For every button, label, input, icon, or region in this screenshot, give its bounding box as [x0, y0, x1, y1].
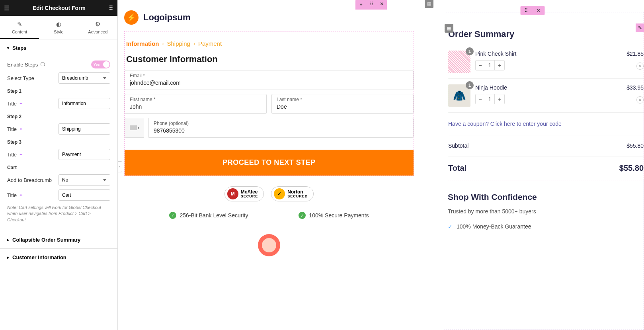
close-widget-icon[interactable]: ✕ — [377, 0, 387, 10]
add-breadcrumb-dropdown[interactable]: No — [59, 174, 110, 186]
qty-control: − 1 + — [475, 94, 505, 104]
sidebar-title: Edit Checkout Form — [10, 5, 109, 11]
email-field[interactable]: Email * — [125, 70, 414, 90]
cart-note: Note: Cart settings will work for Global… — [7, 205, 110, 223]
chevron-right-icon: › — [162, 41, 164, 47]
drag-section-icon[interactable]: ⠿ — [520, 6, 532, 15]
security-badges: M McAfeeSECURE ✓ NortonSECURED — [124, 176, 414, 206]
order-summary-widget[interactable]: ✎ Order Summary 1 Pink Check Shirt − 1 +… — [448, 24, 644, 180]
last-name-label: Last name * — [277, 97, 408, 102]
norton-badge: ✓ NortonSECURED — [271, 186, 314, 201]
collapse-sidebar-handle[interactable]: ‹ — [118, 161, 122, 172]
mcafee-badge: M McAfeeSECURE — [224, 186, 264, 201]
main-column: ＋ ⠿ ✕ ⚡ Logoipsum Information › Shipping… — [118, 0, 420, 330]
product-thumbnail: 1🧥 — [448, 84, 470, 107]
step1-title-label: Title ✦ — [7, 101, 23, 107]
editor-canvas: ‹ ＋ ⠿ ✕ ⚡ Logoipsum Information › Shippi… — [118, 0, 644, 330]
edit-widget-icon[interactable]: ✎ — [636, 23, 644, 32]
step3-heading: Step 3 — [7, 139, 110, 145]
email-label: Email * — [130, 73, 408, 78]
trust-item-payments: ✓100% Secure Payments — [299, 212, 369, 219]
section-customer-info[interactable]: ▸Customer Information — [0, 248, 117, 266]
step2-title-label: Title ✦ — [7, 126, 23, 132]
proceed-button[interactable]: PROCEED TO NEXT STEP — [125, 150, 414, 176]
confidence-subtitle: Trusted by more than 5000+ buyers — [448, 208, 644, 215]
select-type-dropdown[interactable]: Breadcrumb — [59, 72, 110, 84]
first-name-label: First name * — [130, 97, 262, 102]
checkout-breadcrumbs: Information › Shipping › Payment — [125, 40, 414, 54]
enable-steps-toggle[interactable]: Yes — [91, 61, 110, 68]
brand-text: Logoipsum — [143, 12, 191, 23]
qty-increase-button[interactable]: + — [495, 61, 504, 70]
step1-title-input[interactable] — [59, 98, 110, 109]
widget-handle: ＋ ⠿ ✕ — [355, 0, 387, 10]
editor-sidebar: ☰ Edit Checkout Form ⠿ ✎Content ◐Style ⚙… — [0, 0, 118, 330]
tab-content[interactable]: ✎Content — [0, 16, 39, 39]
contrast-icon: ◐ — [39, 21, 78, 28]
ai-spark-icon: ✦ — [19, 152, 23, 157]
qty-increase-button[interactable]: + — [495, 94, 504, 104]
column-handle[interactable]: ▦ — [445, 24, 453, 33]
cart-heading: Cart — [7, 165, 110, 170]
caret-right-icon: ▸ — [7, 255, 9, 260]
totals: Subtotal$55.80 Total$55.80 — [448, 135, 644, 180]
country-code-selector[interactable]: ▾ — [125, 118, 144, 138]
section-steps[interactable]: ▾Steps — [0, 39, 117, 55]
ai-spark-icon: ✦ — [19, 193, 23, 198]
mcafee-shield-icon: M — [227, 188, 238, 199]
right-column: ▦ ⠿ ✕ ▦ ✎ Order Summary 1 Pink Check Shi… — [420, 0, 644, 330]
email-input[interactable] — [130, 80, 408, 86]
product-name: Pink Check Shirt — [475, 51, 622, 57]
last-name-input[interactable] — [277, 103, 408, 110]
step2-heading: Step 2 — [7, 114, 110, 119]
add-widget-icon[interactable]: ＋ — [355, 0, 367, 10]
menu-icon[interactable]: ☰ — [4, 4, 10, 12]
coupon-link[interactable]: Have a coupon? Click here to enter your … — [448, 113, 644, 135]
qty-badge: 1 — [466, 47, 474, 55]
ai-spark-icon: ✦ — [19, 127, 23, 132]
phone-label: Phone (optional) — [154, 121, 408, 126]
drag-widget-icon[interactable]: ⠿ — [367, 0, 377, 10]
cart-title-input[interactable] — [59, 189, 110, 201]
qty-decrease-button[interactable]: − — [476, 61, 485, 70]
first-name-field[interactable]: First name * — [125, 94, 267, 114]
flag-icon — [130, 125, 137, 130]
last-name-field[interactable]: Last name * — [271, 94, 414, 114]
customer-info-heading: Customer Information — [125, 54, 414, 70]
check-icon: ✓ — [448, 223, 453, 230]
tab-style[interactable]: ◐Style — [39, 16, 78, 39]
cart-item: 1🧥 Ninja Hoodie − 1 + $33.95 ✕ — [448, 79, 644, 113]
trust-item-security: ✓256-Bit Bank Level Security — [169, 212, 248, 219]
apps-grid-icon[interactable]: ⠿ — [109, 4, 113, 12]
phone-input[interactable] — [154, 127, 408, 134]
section-collapsible-summary[interactable]: ▸Collapsible Order Summary — [0, 231, 117, 248]
crumb-payment[interactable]: Payment — [198, 40, 222, 47]
remove-item-button[interactable]: ✕ — [636, 62, 644, 70]
avatar-face — [262, 238, 276, 252]
order-summary-title: Order Summary — [448, 29, 644, 45]
column-handle[interactable]: ▦ — [425, 0, 433, 8]
tab-advanced[interactable]: ⚙Advanced — [78, 16, 117, 39]
crumb-information[interactable]: Information — [126, 40, 159, 47]
steps-body: Enable Steps 🖵 Yes Select Type Breadcrum… — [0, 55, 117, 231]
step2-title-input[interactable] — [59, 123, 110, 135]
gear-icon: ⚙ — [78, 21, 117, 28]
step3-title-input[interactable] — [59, 149, 110, 160]
check-circle-icon: ✓ — [169, 212, 176, 219]
close-section-icon[interactable]: ✕ — [532, 6, 544, 15]
first-name-input[interactable] — [130, 103, 262, 110]
total-row: Total$55.80 — [448, 156, 644, 180]
fields: Email * First name * Last name * — [125, 70, 414, 138]
product-price: $21.85 — [626, 51, 644, 57]
step1-heading: Step 1 — [7, 88, 110, 94]
phone-field[interactable]: Phone (optional) — [148, 118, 414, 138]
add-breadcrumb-label: Add to Breadcrumb — [7, 177, 52, 183]
norton-shield-icon: ✓ — [274, 188, 285, 199]
remove-item-button[interactable]: ✕ — [636, 96, 644, 103]
shop-confidence: Shop With Confidence Trusted by more tha… — [448, 186, 644, 230]
confidence-item: ✓100% Money-Back Guarantee — [448, 223, 644, 230]
crumb-shipping[interactable]: Shipping — [167, 40, 190, 47]
caret-down-icon: ▾ — [138, 126, 139, 130]
qty-decrease-button[interactable]: − — [476, 94, 485, 104]
checkout-form-widget[interactable]: Information › Shipping › Payment Custome… — [124, 31, 414, 176]
